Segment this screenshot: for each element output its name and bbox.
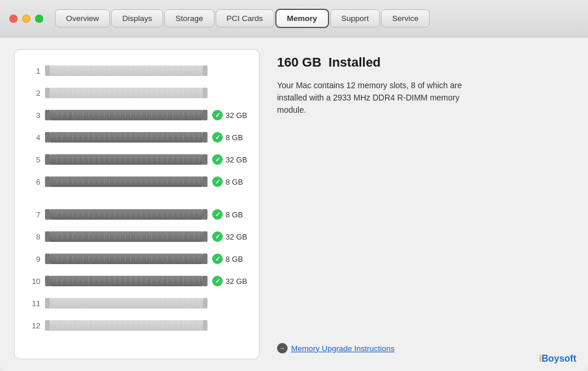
- slot-row-4: 4 8 GB: [26, 128, 247, 147]
- slot-number-10: 10: [26, 277, 40, 286]
- tab-overview[interactable]: Overview: [55, 9, 110, 27]
- upgrade-link-container[interactable]: Memory Upgrade Instructions: [277, 331, 574, 353]
- iboysoft-watermark: iBoysoft: [539, 353, 576, 364]
- slot-notch-right-1: [203, 65, 207, 76]
- slot-body-9: [50, 254, 203, 264]
- close-button[interactable]: [9, 15, 18, 23]
- tab-service[interactable]: Service: [381, 9, 430, 27]
- slot-chips-5: [52, 157, 200, 162]
- slot-status-9: 8 GB: [212, 254, 247, 264]
- slot-bar-2: [45, 87, 207, 99]
- check-icon-5: [212, 154, 223, 165]
- tab-displays[interactable]: Displays: [111, 9, 163, 27]
- slot-row-6: 6 8 GB: [26, 172, 247, 191]
- slot-body-2: [50, 88, 203, 98]
- watermark-suffix: Boysoft: [541, 353, 576, 363]
- slot-notch-left-6: [45, 176, 50, 187]
- slot-notch-left-3: [45, 110, 50, 120]
- slot-bar-3: [45, 109, 207, 121]
- minimize-button[interactable]: [22, 15, 30, 23]
- slot-notch-left-12: [45, 320, 50, 331]
- check-icon-4: [212, 132, 223, 143]
- slot-notch-right-10: [203, 276, 207, 286]
- slot-row-12: 12: [26, 316, 247, 335]
- slot-notch-left-5: [45, 154, 50, 165]
- slot-status-7: 8 GB: [212, 209, 247, 220]
- tab-storage[interactable]: Storage: [164, 9, 214, 27]
- slot-status-6: 8 GB: [212, 176, 247, 187]
- slot-body-7: [50, 209, 203, 220]
- slot-chips-7: [52, 211, 200, 217]
- slot-chips-2: [52, 90, 200, 96]
- memory-installed-label: Installed: [328, 55, 381, 70]
- slot-notch-left-1: [45, 65, 50, 76]
- slot-status-5: 32 GB: [212, 154, 247, 165]
- slot-notch-right-9: [203, 254, 207, 264]
- check-icon-6: [212, 176, 223, 187]
- slot-number-3: 3: [26, 111, 40, 120]
- tab-support[interactable]: Support: [330, 9, 380, 27]
- slot-size-3: 32 GB: [226, 111, 247, 120]
- slot-number-9: 9: [26, 255, 40, 263]
- check-icon-10: [212, 276, 223, 286]
- main-content: 1 2: [0, 37, 588, 371]
- slot-body-8: [50, 231, 203, 242]
- slot-row-8: 8 32 GB: [26, 227, 247, 246]
- slot-row-7: 7 8 GB: [26, 205, 247, 224]
- slot-size-5: 32 GB: [226, 155, 247, 164]
- slot-notch-right-5: [203, 154, 207, 165]
- slot-notch-left-2: [45, 88, 50, 98]
- slot-body-10: [50, 276, 203, 286]
- slot-number-8: 8: [26, 233, 40, 241]
- slot-notch-left-8: [45, 231, 50, 242]
- slot-chips-3: [52, 112, 200, 118]
- slot-number-7: 7: [26, 210, 40, 219]
- slot-body-4: [50, 132, 203, 143]
- slot-chips-4: [52, 134, 200, 140]
- slot-bar-1: [45, 65, 207, 77]
- check-icon-9: [212, 254, 223, 264]
- slot-bar-12: [45, 320, 207, 331]
- slot-row-11: 11: [26, 294, 247, 313]
- slot-bar-11: [45, 297, 207, 309]
- slot-bar-8: [45, 231, 207, 242]
- slot-chips-9: [52, 256, 200, 262]
- traffic-lights: [9, 15, 43, 23]
- slot-number-11: 11: [26, 299, 40, 308]
- slot-notch-left-11: [45, 298, 50, 308]
- slot-number-12: 12: [26, 321, 40, 330]
- upgrade-link-text[interactable]: Memory Upgrade Instructions: [291, 344, 395, 353]
- check-icon-7: [212, 209, 223, 220]
- slot-bar-9: [45, 253, 207, 265]
- slot-number-4: 4: [26, 133, 40, 142]
- slot-row-3: 3 32 GB: [26, 106, 247, 124]
- slot-bar-7: [45, 209, 207, 220]
- memory-total-heading: 160 GB Installed: [277, 55, 574, 70]
- maximize-button[interactable]: [35, 15, 43, 23]
- slot-bar-4: [45, 131, 207, 143]
- slot-chips-6: [52, 179, 200, 185]
- content-area: 1 2: [0, 37, 588, 371]
- slot-number-1: 1: [26, 67, 40, 75]
- slot-row-5: 5 32 GB: [26, 150, 247, 169]
- slot-row-1: 1: [26, 61, 247, 80]
- slot-body-6: [50, 176, 203, 187]
- slot-notch-right-2: [203, 88, 207, 98]
- tab-pci-cards[interactable]: PCI Cards: [216, 9, 274, 27]
- slot-size-8: 32 GB: [226, 233, 247, 241]
- slot-chips-12: [52, 323, 200, 328]
- slot-notch-right-6: [203, 176, 207, 187]
- slot-notch-right-7: [203, 209, 207, 220]
- slot-body-12: [50, 320, 203, 331]
- slot-status-10: 32 GB: [212, 276, 247, 286]
- tab-bar: Overview Displays Storage PCI Cards Memo…: [55, 9, 430, 28]
- tab-memory[interactable]: Memory: [275, 9, 329, 28]
- slot-body-1: [50, 65, 203, 76]
- slot-notch-left-10: [45, 276, 50, 286]
- slot-notch-right-8: [203, 231, 207, 242]
- slot-chips-1: [52, 68, 200, 74]
- slot-row-10: 10 32 GB: [26, 272, 247, 290]
- slot-number-5: 5: [26, 155, 40, 164]
- memory-description: Your Mac contains 12 memory slots, 8 of …: [277, 79, 476, 116]
- slot-number-6: 6: [26, 178, 40, 186]
